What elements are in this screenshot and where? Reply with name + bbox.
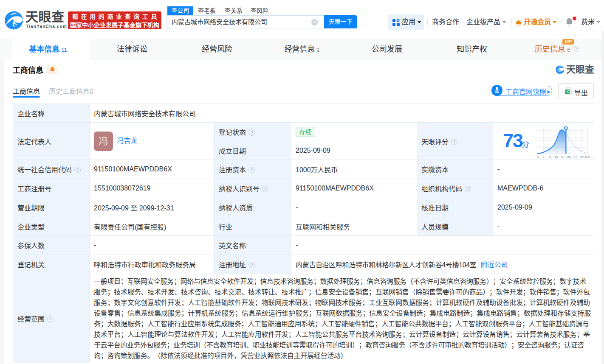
svg-text:100: 100 <box>584 155 590 159</box>
svg-text:0: 0 <box>537 155 539 159</box>
svg-text:15: 15 <box>554 155 558 159</box>
svg-text:85: 85 <box>567 155 571 159</box>
svg-text:3: 3 <box>549 155 551 159</box>
svg-text:99: 99 <box>580 155 584 159</box>
svg-text:1: 1 <box>543 155 545 159</box>
svg-text:50: 50 <box>561 155 564 159</box>
svg-text:97: 97 <box>573 155 577 159</box>
